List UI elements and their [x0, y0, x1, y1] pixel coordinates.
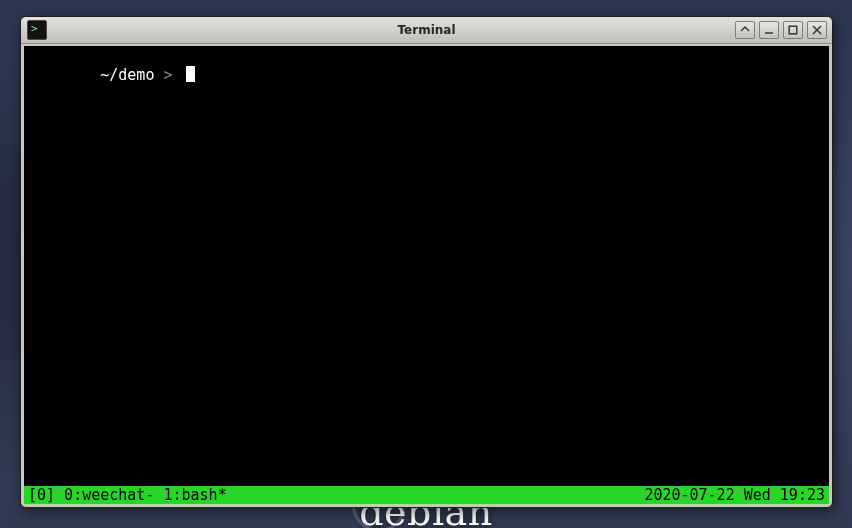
maximize-icon: [788, 25, 798, 35]
terminal-cursor: [186, 66, 195, 82]
chevron-up-icon: [740, 25, 750, 35]
terminal-app-icon: [27, 20, 47, 40]
maximize-button[interactable]: [783, 21, 803, 39]
window-controls: [735, 21, 832, 39]
svg-rect-0: [789, 26, 797, 34]
desktop-background: debian Terminal ~/demo: [0, 0, 852, 528]
terminal-content: ~/demo >: [28, 48, 825, 102]
minimize-icon: [764, 25, 774, 35]
tmux-statusbar: [0] 0:weechat- 1:bash* 2020-07-22 Wed 19…: [24, 486, 829, 504]
close-button[interactable]: [807, 21, 827, 39]
shade-button[interactable]: [735, 21, 755, 39]
window-titlebar[interactable]: Terminal: [21, 17, 832, 44]
terminal-viewport[interactable]: ~/demo > [0] 0:weechat- 1:bash* 2020-07-…: [24, 46, 829, 504]
window-title: Terminal: [21, 23, 832, 37]
tmux-status-left: [0] 0:weechat- 1:bash*: [28, 486, 227, 504]
minimize-button[interactable]: [759, 21, 779, 39]
terminal-window: Terminal ~/demo > [0]: [20, 16, 833, 508]
close-icon: [812, 25, 822, 35]
tmux-status-right: 2020-07-22 Wed 19:23: [644, 486, 825, 504]
prompt-path: ~/demo: [100, 66, 163, 84]
prompt-symbol: >: [163, 66, 181, 84]
